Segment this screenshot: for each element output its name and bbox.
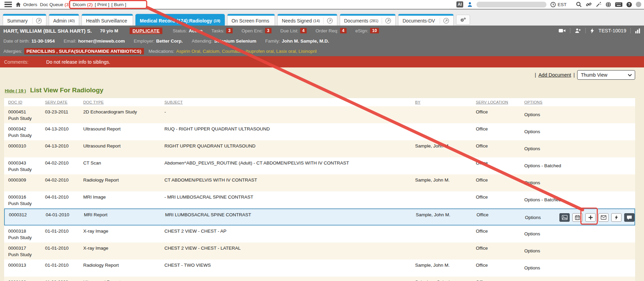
count-badge[interactable]: 10 xyxy=(370,28,379,33)
wand-icon[interactable] xyxy=(596,1,602,7)
column-header-serv-date[interactable]: SERV DATE xyxy=(45,100,83,104)
user-icon[interactable] xyxy=(467,2,473,7)
table-row[interactable]: 0000318Push Study 01-01-2010 X-ray Image… xyxy=(4,225,635,243)
hamburger-menu-icon[interactable] xyxy=(4,0,12,9)
export-image-button[interactable] xyxy=(559,213,570,222)
ai-badge[interactable]: AI xyxy=(456,1,463,7)
table-row[interactable]: 0000100 11-06-2009 Ultrasound Report Sel… xyxy=(4,277,635,281)
column-header-doc-id[interactable]: DOC ID xyxy=(8,100,45,104)
tab-documents[interactable]: Documents (281) xyxy=(340,14,396,26)
doc-id[interactable]: 0000342 xyxy=(8,126,45,132)
search-icon[interactable] xyxy=(576,1,582,7)
tab-on-screen-forms[interactable]: On Screen Forms xyxy=(227,14,275,26)
options-button[interactable]: Options xyxy=(524,112,540,117)
doc-id[interactable]: 0000100 xyxy=(8,279,45,281)
table-row[interactable]: 0000312 04-01-2010 MRI Report MRI LUMBOS… xyxy=(4,208,635,225)
tab-admin[interactable]: Admin (40) xyxy=(49,14,79,26)
doc-id[interactable]: 0000309 xyxy=(8,177,45,183)
keyboard-icon[interactable] xyxy=(615,2,623,7)
tab-settings-gear[interactable] xyxy=(456,15,470,25)
row-action-buttons xyxy=(559,213,634,222)
push-study-link[interactable]: Push Study xyxy=(8,200,45,207)
options-button[interactable]: Options - Batched xyxy=(524,163,561,168)
home-icon[interactable] xyxy=(15,0,21,9)
options-button[interactable]: Options xyxy=(524,265,540,270)
count-badge[interactable]: 3 xyxy=(226,28,233,33)
options-button[interactable]: Options xyxy=(524,146,540,151)
column-header-doc-type[interactable]: DOC TYPE xyxy=(83,100,164,104)
nav-dicom-burn[interactable]: [ Burn ] xyxy=(112,2,127,7)
tab-needs-signed[interactable]: Needs Signed (14) xyxy=(277,14,337,26)
clock-icon[interactable] xyxy=(550,2,556,7)
subject: CHEST 2 VIEW - CHEST - LATERAL xyxy=(164,243,415,260)
push-study-link[interactable]: Push Study xyxy=(8,234,45,241)
table-row[interactable]: 0000342Push Study 04-13-2010 Ultrasound … xyxy=(4,123,635,140)
options-button[interactable]: Options xyxy=(524,231,540,236)
table-row[interactable]: 0000317Push Study 01-01-2010 X-ray Image… xyxy=(4,243,635,260)
column-header-subject[interactable]: SUBJECT xyxy=(164,100,415,104)
email-button[interactable] xyxy=(598,213,609,222)
thumb-view-select[interactable]: Thumb View xyxy=(577,70,635,80)
doc-id[interactable]: 0000317 xyxy=(8,245,45,251)
video-camera-icon[interactable] xyxy=(558,28,566,33)
add-document-link[interactable]: Add Document xyxy=(538,72,571,78)
options-button[interactable]: Options xyxy=(525,215,541,220)
nav-orders[interactable]: Orders xyxy=(23,0,37,9)
calendar-button[interactable] xyxy=(572,213,583,222)
table-row[interactable]: 0000343Push Study 04-02-2010 CT Scan Abd… xyxy=(4,157,635,174)
options-button[interactable]: Options xyxy=(524,248,540,253)
doc-id[interactable]: 0000343 xyxy=(8,160,45,166)
tab-health-surveillance[interactable]: Health Surveillance xyxy=(82,14,133,26)
add-user-icon[interactable] xyxy=(574,28,581,33)
doc-id[interactable]: 0000316 xyxy=(8,194,45,200)
help-icon[interactable]: ? xyxy=(626,2,632,7)
column-header-by[interactable]: BY xyxy=(415,100,476,104)
push-study-link[interactable]: Push Study xyxy=(8,251,45,258)
external-link-icon[interactable] xyxy=(382,18,391,24)
count-badge[interactable]: 3 xyxy=(265,28,272,33)
avatar[interactable] xyxy=(636,2,641,7)
table-row[interactable]: 0000313 01-01-2010 Radiology Report CHES… xyxy=(4,260,635,277)
column-header-options[interactable]: OPTIONS xyxy=(524,100,635,104)
globe-icon[interactable] xyxy=(605,2,611,7)
options-button[interactable]: Options xyxy=(524,129,540,134)
doc-id[interactable]: 0000312 xyxy=(9,212,46,218)
duplicate-flag[interactable]: DUPLICATE xyxy=(130,28,162,34)
table-row[interactable]: 0000309 04-02-2010 Radiology Report CT A… xyxy=(4,174,635,191)
allergies-value[interactable]: PENICILLINS , SULFA(SULFONAMIDE ANTIBIOT… xyxy=(24,48,144,54)
quick-action-button[interactable] xyxy=(611,213,621,222)
column-header-serv-location[interactable]: SERV LOCATION xyxy=(476,100,524,104)
add-plus-button[interactable] xyxy=(585,213,596,222)
count-badge[interactable]: 4 xyxy=(340,28,347,33)
by: Sample, John M. xyxy=(416,209,477,225)
tab-medical-record-174-radiology[interactable]: Medical Record (174):Radiology (19) xyxy=(135,14,225,26)
tab-summary[interactable]: Summary xyxy=(3,14,46,26)
table-row[interactable]: 0000451Push Study 03-23-2011 2D Echocard… xyxy=(4,106,635,123)
nav-doc-queue[interactable]: Doc Queue(3) xyxy=(40,0,70,9)
external-link-icon[interactable] xyxy=(440,18,449,24)
push-study-link[interactable]: Push Study xyxy=(8,166,45,173)
push-study-link[interactable]: Push Study xyxy=(8,115,45,122)
table-row[interactable]: 0000316Push Study 04-01-2010 MRI Image -… xyxy=(4,191,635,208)
chart-stats-icon[interactable] xyxy=(635,28,641,34)
push-study-link[interactable]: Push Study xyxy=(8,132,45,139)
doc-id[interactable]: 0000451 xyxy=(8,109,45,115)
nav-dicom[interactable]: Dicom (2) [ Print ] [ Burn ] xyxy=(73,0,126,9)
serv-location: Office xyxy=(476,225,524,243)
hide-link[interactable]: Hide ( 19 ) xyxy=(5,88,26,93)
options-button[interactable]: Options xyxy=(524,180,540,185)
doc-id[interactable]: 0000310 xyxy=(8,143,45,149)
doc-id[interactable]: 0000313 xyxy=(8,262,45,268)
link-icon[interactable] xyxy=(586,1,592,7)
external-link-icon[interactable] xyxy=(32,18,42,24)
demographic-field: Attending: Selenium Selenium xyxy=(192,38,257,44)
quick-actions-bolt-icon[interactable] xyxy=(590,28,595,34)
tab-documents-dv[interactable]: Documents-DV xyxy=(398,14,454,26)
comment-button[interactable] xyxy=(624,213,634,222)
external-link-icon[interactable] xyxy=(323,18,333,24)
table-row[interactable]: 0000310 04-13-2010 Ultrasound Report RIG… xyxy=(4,140,635,157)
count-badge[interactable]: 4 xyxy=(300,28,307,33)
doc-id[interactable]: 0000318 xyxy=(8,228,45,234)
nav-dicom-print[interactable]: [ Print ] xyxy=(95,2,109,7)
options-button[interactable]: Options - Batched xyxy=(524,197,561,202)
